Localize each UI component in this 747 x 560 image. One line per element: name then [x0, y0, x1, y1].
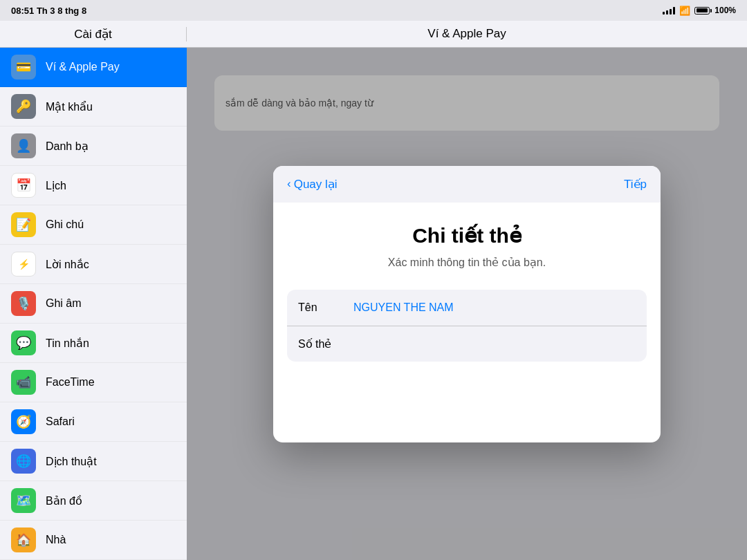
danh-ba-icon: 👤	[11, 133, 36, 158]
sidebar-item-label: Ghi âm	[46, 297, 82, 310]
status-time: 08:51 Th 3 8 thg 8	[11, 6, 663, 16]
sidebar-item-label: FaceTime	[46, 376, 95, 389]
nav-section-title: Ví & Apple Pay	[187, 27, 747, 41]
lich-icon: 📅	[11, 173, 36, 198]
card-detail-modal: ‹ Quay lại Tiếp Chi tiết thẻ Xác minh th…	[273, 166, 661, 442]
facetime-icon: 📹	[11, 370, 36, 395]
modal-header: ‹ Quay lại Tiếp	[273, 166, 661, 203]
name-label: Tên	[298, 301, 353, 314]
form-row-card-number[interactable]: Số thẻ	[287, 326, 647, 362]
sidebar-item-label: Danh bạ	[46, 140, 89, 153]
main-layout: Cài đặt Ví & Apple Pay 💳 Ví & Apple Pay …	[0, 21, 747, 560]
sidebar-item-danh-ba[interactable]: 👤 Danh bạ	[0, 127, 187, 166]
modal-subtitle: Xác minh thông tin thẻ của bạn.	[287, 256, 647, 269]
nav-bar: Cài đặt Ví & Apple Pay	[0, 21, 747, 48]
sidebar-item-label: Bản đồ	[46, 494, 82, 507]
signal-icon	[663, 6, 675, 15]
sidebar-item-facetime[interactable]: 📹 FaceTime	[0, 363, 187, 402]
sidebar-item-label: Lời nhắc	[46, 258, 89, 271]
safari-icon: 🧭	[11, 409, 36, 434]
sidebar-item-vi-apple-pay[interactable]: 💳 Ví & Apple Pay	[0, 48, 187, 87]
name-value: NGUYEN THE NAM	[353, 301, 636, 314]
back-button[interactable]: ‹ Quay lại	[287, 177, 338, 192]
sidebar-item-lich[interactable]: 📅 Lịch	[0, 166, 187, 205]
wifi-icon: 📶	[679, 6, 690, 16]
sidebar-item-label: Ví & Apple Pay	[46, 61, 120, 73]
nav-settings-title: Cài đặt	[0, 27, 187, 41]
card-number-label: Số thẻ	[298, 337, 353, 351]
sidebar-item-label: Mật khẩu	[46, 100, 93, 113]
next-button[interactable]: Tiếp	[624, 177, 647, 192]
sidebar-item-label: Tin nhắn	[46, 337, 89, 350]
battery-icon: 100%	[694, 6, 736, 15]
form-row-name[interactable]: Tên NGUYEN THE NAM	[287, 290, 647, 326]
sidebar-item-tin-nhan[interactable]: 💬 Tin nhắn	[0, 324, 187, 363]
sidebar: 💳 Ví & Apple Pay 🔑 Mật khẩu 👤 Danh bạ 📅 …	[0, 48, 187, 560]
ghi-chu-icon: 📝	[11, 212, 36, 237]
ghi-am-icon: 🎙️	[11, 291, 36, 316]
modal-body: Chi tiết thẻ Xác minh thông tin thẻ của …	[273, 203, 661, 389]
status-bar: 08:51 Th 3 8 thg 8 📶 100%	[0, 0, 747, 21]
sidebar-item-label: Nhà	[46, 534, 66, 546]
nha-icon: 🏠	[11, 528, 36, 552]
card-form: Tên NGUYEN THE NAM Số thẻ	[287, 290, 647, 362]
next-label: Tiếp	[624, 178, 647, 191]
sidebar-item-label: Ghi chú	[46, 218, 84, 231]
sidebar-item-safari[interactable]: 🧭 Safari	[0, 402, 187, 442]
tin-nhan-icon: 💬	[11, 330, 36, 355]
sidebar-item-label: Lịch	[46, 179, 66, 192]
mat-khau-icon: 🔑	[11, 94, 36, 119]
main-panel: sắm dễ dàng và bảo mật, ngay từ ‹ Quay l…	[187, 48, 747, 560]
sidebar-item-ban-do[interactable]: 🗺️ Bản đồ	[0, 481, 187, 521]
back-label: Quay lại	[294, 177, 338, 192]
sidebar-item-ghi-chu[interactable]: 📝 Ghi chú	[0, 205, 187, 245]
sidebar-item-mat-khau[interactable]: 🔑 Mật khẩu	[0, 87, 187, 127]
sidebar-item-label: Safari	[46, 416, 75, 428]
sidebar-item-dich-thuat[interactable]: 🌐 Dịch thuật	[0, 442, 187, 481]
status-icons: 📶 100%	[663, 6, 736, 16]
chevron-left-icon: ‹	[287, 177, 291, 191]
sidebar-item-label: Dịch thuật	[46, 455, 97, 468]
vi-apple-pay-icon: 💳	[11, 55, 36, 80]
dich-thuat-icon: 🌐	[11, 449, 36, 474]
sidebar-item-loi-nhac[interactable]: ⚡ Lời nhắc	[0, 245, 187, 284]
sidebar-item-nha[interactable]: 🏠 Nhà	[0, 521, 187, 560]
modal-overlay: ‹ Quay lại Tiếp Chi tiết thẻ Xác minh th…	[187, 48, 747, 560]
sidebar-item-ghi-am[interactable]: 🎙️ Ghi âm	[0, 284, 187, 324]
loi-nhac-icon: ⚡	[11, 252, 36, 277]
modal-title: Chi tiết thẻ	[287, 223, 647, 248]
content-area: 💳 Ví & Apple Pay 🔑 Mật khẩu 👤 Danh bạ 📅 …	[0, 48, 747, 560]
ban-do-icon: 🗺️	[11, 488, 36, 513]
